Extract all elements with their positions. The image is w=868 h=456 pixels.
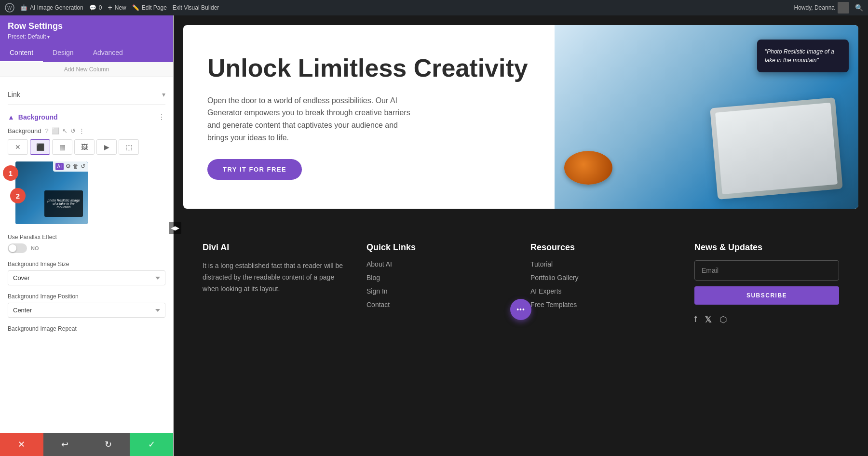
facebook-icon[interactable]: f <box>694 314 697 325</box>
resize-handle[interactable]: ◀▶ <box>169 222 181 234</box>
delete-tool-icon[interactable]: 🗑 <box>73 163 79 170</box>
howdy-label: Howdy, Deanna <box>794 2 850 13</box>
plus-icon: + <box>108 3 112 12</box>
footer-link-about-ai[interactable]: About AI <box>366 260 511 268</box>
settings-tool-icon[interactable]: ⚙ <box>66 163 71 170</box>
undo-button[interactable]: ↩ <box>43 433 87 456</box>
panel-content: Link ▾ ▲ Background ⋮ Background <box>0 77 173 433</box>
new-btn[interactable]: + New <box>108 3 126 12</box>
ai-tool-icon[interactable]: AI <box>55 163 64 170</box>
add-new-column-label: Add New Column <box>0 62 173 77</box>
search-icon[interactable]: 🔍 <box>855 4 863 12</box>
bg-image-position-label: Background Image Position <box>8 293 165 300</box>
chevron-down-icon: ▾ <box>47 34 50 40</box>
background-sub-label: Background <box>8 127 41 134</box>
cancel-icon: ✕ <box>18 439 25 450</box>
footer-link-contact[interactable]: Contact <box>366 301 511 308</box>
tab-bar: Content Design Advanced <box>0 44 173 62</box>
comment-icon: 💬 <box>89 4 96 11</box>
bg-image-size-label: Background Image Size <box>8 261 165 268</box>
footer-link-free-templates[interactable]: Free Templates <box>530 301 675 308</box>
cancel-button[interactable]: ✕ <box>0 433 43 456</box>
collapse-icon[interactable]: ▲ <box>8 113 14 121</box>
footer-news-title: News & Updates <box>694 242 839 253</box>
comments-btn[interactable]: 💬 0 <box>89 4 102 11</box>
bg-type-gradient[interactable]: ▦ <box>52 139 72 155</box>
redo-icon: ↻ <box>105 439 112 450</box>
twitter-icon[interactable]: 𝕏 <box>705 314 712 325</box>
footer-col-quick-links: Quick Links About AI Blog Sign In Contac… <box>366 242 511 325</box>
footer-link-blog[interactable]: Blog <box>366 274 511 282</box>
avatar <box>838 2 849 13</box>
footer-divi-ai-text: It is a long established fact that a rea… <box>203 260 347 295</box>
undo-icon: ↩ <box>61 439 68 450</box>
bg-type-image[interactable]: 🖼 <box>74 139 95 155</box>
tab-advanced[interactable]: Advanced <box>83 44 133 62</box>
footer-divi-ai-title: Divi AI <box>203 242 347 253</box>
bg-image-size-field: Background Image Size Cover Contain Auto <box>8 261 165 285</box>
copy-icon[interactable]: ⬜ <box>52 127 59 134</box>
bg-label-row: Background ? ⬜ ↖ ↺ ⋮ <box>8 127 165 134</box>
photo-flat-lay <box>710 97 843 200</box>
hero-content: Unlock Limitless Creativity Open the doo… <box>183 25 555 209</box>
exit-builder-btn[interactable]: Exit Visual Builder <box>173 4 219 11</box>
cursor-icon[interactable]: ↖ <box>62 127 68 134</box>
bg-type-solid[interactable]: ⬛ <box>30 139 50 155</box>
footer-quick-links-title: Quick Links <box>366 242 511 253</box>
footer-resources-title: Resources <box>530 242 675 253</box>
panel-header: Row Settings Preset: Default ▾ <box>0 15 173 44</box>
left-panel: Row Settings Preset: Default ▾ Content D… <box>0 15 174 456</box>
bg-image-position-field: Background Image Position Center Top Bot… <box>8 293 165 318</box>
panel-preset[interactable]: Preset: Default ▾ <box>8 33 165 40</box>
wp-logo-btn[interactable]: W <box>5 3 14 13</box>
link-section[interactable]: Link ▾ <box>8 85 165 105</box>
edit-page-btn[interactable]: ✏️ Edit Page <box>132 4 167 11</box>
badge-2: 2 <box>10 188 26 203</box>
social-links: f 𝕏 ⬡ <box>694 314 839 325</box>
footer-link-tutorial[interactable]: Tutorial <box>530 260 675 268</box>
bg-type-video[interactable]: ▶ <box>96 139 117 155</box>
background-section-title: Background <box>18 113 58 121</box>
footer-link-sign-in[interactable]: Sign In <box>366 287 511 295</box>
more-options-icon[interactable]: ⋮ <box>158 112 165 121</box>
bg-type-none[interactable]: ✕ <box>8 139 28 155</box>
save-button[interactable]: ✓ <box>130 433 173 456</box>
tab-content[interactable]: Content <box>0 44 43 62</box>
reset-tool-icon[interactable]: ↺ <box>81 163 85 170</box>
background-section-controls: ⋮ <box>158 112 165 121</box>
bg-image-position-select[interactable]: Center Top Bottom Left Right <box>8 303 165 318</box>
hero-title: Unlock Limitless Creativity <box>207 54 530 83</box>
footer-col-news: News & Updates SUBSCRIBE f 𝕏 ⬡ <box>694 242 839 325</box>
settings-icon[interactable]: ⋮ <box>79 127 85 134</box>
parallax-toggle[interactable] <box>8 243 27 253</box>
ai-icon: 🤖 <box>20 4 27 11</box>
reset-icon[interactable]: ↺ <box>70 127 76 134</box>
pencil-icon: ✏️ <box>132 4 139 11</box>
panel-title: Row Settings <box>8 21 165 31</box>
bg-image-repeat-field: Background Image Repeat <box>8 325 165 332</box>
bg-type-buttons: ✕ ⬛ ▦ 🖼 ▶ ⬚ <box>8 139 165 155</box>
bg-type-pattern[interactable]: ⬚ <box>119 139 139 155</box>
bottom-toolbar: ✕ ↩ ↻ ✓ <box>0 433 173 456</box>
hero-subtitle: Open the door to a world of endless poss… <box>207 94 420 144</box>
hero-image: "Photo Reslistic Image of a lake in the … <box>555 25 858 209</box>
fab-button[interactable]: ••• <box>510 299 531 320</box>
photo-quote-card: "Photo Reslistic Image of a lake in the … <box>757 40 849 72</box>
email-input[interactable] <box>694 260 839 281</box>
instagram-icon[interactable]: ⬡ <box>719 314 727 325</box>
hero-cta-button[interactable]: TRY IT FOR FREE <box>207 159 302 180</box>
parallax-label: Use Parallax Effect <box>8 234 165 241</box>
image-toolbar: AI ⚙ 🗑 ↺ <box>53 161 88 172</box>
redo-button[interactable]: ↻ <box>87 433 130 456</box>
hero-section: Unlock Limitless Creativity Open the doo… <box>183 25 858 209</box>
tab-design[interactable]: Design <box>43 44 83 62</box>
decorative-object <box>564 151 612 185</box>
footer-link-portfolio[interactable]: Portfolio Gallery <box>530 274 675 282</box>
footer-col-resources: Resources Tutorial Portfolio Gallery AI … <box>530 242 675 325</box>
footer-link-ai-experts[interactable]: AI Experts <box>530 287 675 295</box>
subscribe-button[interactable]: SUBSCRIBE <box>694 286 839 305</box>
help-icon[interactable]: ? <box>45 127 48 134</box>
svg-text:W: W <box>7 5 12 11</box>
bg-image-size-select[interactable]: Cover Contain Auto <box>8 270 165 285</box>
ai-image-gen-btn[interactable]: 🤖 AI Image Generation <box>20 4 83 11</box>
